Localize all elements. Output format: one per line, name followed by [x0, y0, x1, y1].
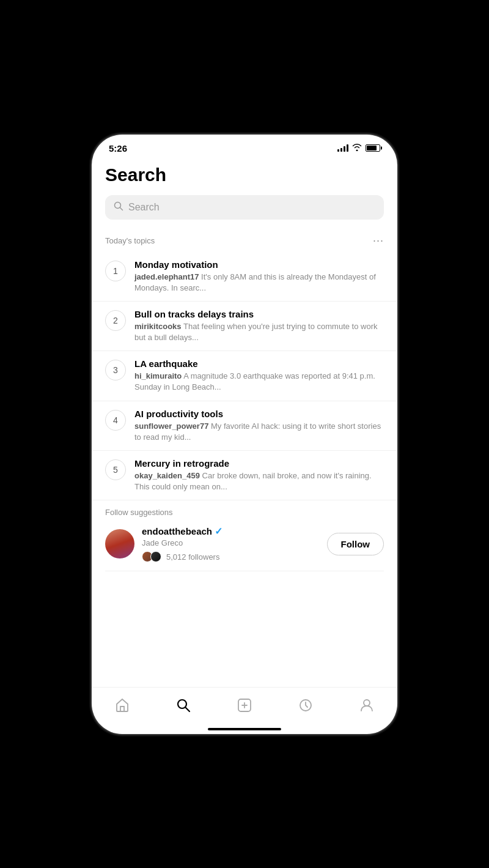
topic-item[interactable]: 5 Mercury in retrograde okay_kaiden_459 … [92, 451, 397, 500]
topics-section-title: Today's topics [105, 236, 155, 245]
suggestion-display-name: Jade Greco [142, 538, 320, 547]
battery-icon [366, 144, 380, 152]
topic-item[interactable]: 1 Monday motivation jaded.elephant17 It'… [92, 252, 397, 302]
suggestion-username: endoatthebeach [142, 526, 212, 536]
topic-content: Bull on tracks delays trains mirikitcook… [134, 309, 384, 343]
search-bar[interactable]: Search [105, 195, 384, 220]
nav-item-home[interactable] [102, 694, 142, 717]
topic-number: 5 [105, 459, 126, 480]
follow-section-title: Follow suggestions [105, 508, 384, 517]
topic-item[interactable]: 4 AI productivity tools sunflower_power7… [92, 401, 397, 451]
topic-username: hi_kimuraito [134, 371, 182, 380]
suggestion-name-row: endoatthebeach ✓ [142, 525, 320, 537]
profile-icon [359, 697, 375, 713]
topics-more-button[interactable]: ··· [373, 234, 384, 247]
compose-icon [237, 697, 252, 713]
topic-username: okay_kaiden_459 [134, 471, 200, 480]
phone-frame: 5:26 Search [92, 135, 397, 734]
topic-username: sunflower_power77 [134, 421, 208, 431]
status-bar: 5:26 [92, 135, 397, 157]
topic-preview: hi_kimuraito A magnitude 3.0 earthquake … [134, 371, 384, 393]
page-title: Search [105, 165, 384, 185]
search-nav-icon [175, 697, 191, 713]
topic-content: LA earthquake hi_kimuraito A magnitude 3… [134, 358, 384, 393]
topic-item[interactable]: 2 Bull on tracks delays trains mirikitco… [92, 302, 397, 351]
nav-item-profile[interactable] [347, 694, 387, 717]
wifi-icon [352, 143, 362, 153]
nav-item-search[interactable] [163, 694, 204, 717]
svg-line-1 [120, 207, 123, 210]
home-icon [114, 697, 130, 713]
home-indicator [92, 721, 397, 734]
topics-section-header: Today's topics ··· [92, 228, 397, 252]
topic-title: Bull on tracks delays trains [134, 309, 384, 319]
topic-item[interactable]: 3 LA earthquake hi_kimuraito A magnitude… [92, 351, 397, 401]
topic-username: mirikitcooks [134, 322, 182, 331]
nav-item-activity[interactable] [285, 694, 326, 717]
topic-content: AI productivity tools sunflower_power77 … [134, 409, 384, 443]
follow-suggestions-section: Follow suggestions endoatthebeach ✓ Jade… [92, 500, 397, 571]
topic-title: AI productivity tools [134, 409, 384, 419]
svg-line-3 [186, 708, 189, 711]
page-header: Search [92, 157, 397, 191]
topic-preview: sunflower_power77 My favorite AI hack: u… [134, 421, 384, 443]
topics-list: 1 Monday motivation jaded.elephant17 It'… [92, 252, 397, 501]
svg-point-5 [364, 700, 370, 706]
mini-avatar [150, 551, 161, 562]
topic-username: jaded.elephant17 [134, 272, 199, 281]
topic-title: Mercury in retrograde [134, 458, 384, 469]
search-bar-container: Search [92, 191, 397, 228]
search-placeholder: Search [128, 202, 160, 213]
followers-count: 5,012 followers [166, 552, 219, 562]
follow-button[interactable]: Follow [327, 533, 384, 555]
app-content[interactable]: Search Search Today's topics ··· [92, 157, 397, 687]
topic-number: 4 [105, 410, 126, 431]
topic-number: 1 [105, 261, 126, 281]
status-time: 5:26 [109, 143, 127, 154]
activity-icon [298, 697, 314, 713]
avatar[interactable] [105, 529, 134, 558]
search-icon [114, 201, 123, 213]
topic-preview: jaded.elephant17 It's only 8AM and this … [134, 272, 384, 294]
topic-title: Monday motivation [134, 259, 384, 270]
topic-preview: mirikitcooks That feeling when you're ju… [134, 321, 384, 343]
svg-point-2 [178, 700, 186, 708]
followers-row: 5,012 followers [142, 551, 320, 562]
follower-avatars [142, 551, 159, 562]
signal-icon [337, 144, 348, 152]
topic-title: LA earthquake [134, 358, 384, 369]
bottom-nav [92, 687, 397, 721]
topic-number: 3 [105, 360, 126, 380]
topic-number: 2 [105, 310, 126, 331]
nav-item-compose[interactable] [224, 694, 265, 717]
topic-content: Monday motivation jaded.elephant17 It's … [134, 259, 384, 294]
suggestion-info: endoatthebeach ✓ Jade Greco 5,012 follow… [142, 525, 320, 562]
suggestion-item: endoatthebeach ✓ Jade Greco 5,012 follow… [105, 525, 384, 571]
verified-badge: ✓ [215, 525, 222, 537]
topic-preview: okay_kaiden_459 Car broke down, nail bro… [134, 470, 384, 492]
status-icons [337, 143, 380, 153]
topic-content: Mercury in retrograde okay_kaiden_459 Ca… [134, 458, 384, 492]
